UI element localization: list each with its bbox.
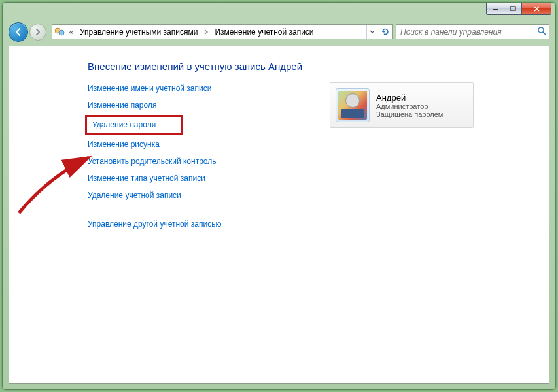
minimize-button[interactable] xyxy=(486,3,504,15)
breadcrumb-bar[interactable]: « Управление учетными записями Изменение… xyxy=(52,24,377,39)
toolbar: « Управление учетными записями Изменение… xyxy=(9,21,549,42)
account-actions-list: Изменение имени учетной записи Изменение… xyxy=(88,82,290,230)
user-role-label: Администратор xyxy=(376,103,443,110)
svg-rect-0 xyxy=(493,9,498,10)
page-heading: Внесение изменений в учетную запись Андр… xyxy=(88,61,531,72)
svg-rect-1 xyxy=(510,7,515,10)
nav-back-button[interactable] xyxy=(9,22,28,42)
window-frame: « Управление учетными записями Изменение… xyxy=(2,2,556,390)
breadcrumb-icon xyxy=(52,25,67,39)
avatar-image xyxy=(338,91,367,120)
refresh-button[interactable] xyxy=(377,24,393,39)
content-area: Внесение изменений в учетную запись Андр… xyxy=(9,46,549,384)
link-change-name[interactable]: Изменение имени учетной записи xyxy=(88,82,290,94)
link-delete-account[interactable]: Удаление учетной записи xyxy=(88,189,290,201)
close-icon xyxy=(533,6,540,12)
avatar xyxy=(336,88,370,122)
link-change-picture[interactable]: Изменение рисунка xyxy=(88,139,290,150)
chevron-down-icon xyxy=(370,30,375,33)
caption-buttons xyxy=(487,3,551,16)
breadcrumb-level2[interactable]: Изменение учетной записи xyxy=(211,25,317,39)
user-info: Андрей Администратор Защищена паролем xyxy=(376,93,443,118)
minimize-icon xyxy=(492,6,498,11)
user-status-label: Защищена паролем xyxy=(376,110,443,118)
svg-line-5 xyxy=(543,32,546,35)
link-remove-password[interactable]: Удаление пароля xyxy=(85,115,183,135)
refresh-icon xyxy=(381,27,390,37)
chevron-right-icon[interactable] xyxy=(201,25,211,39)
arrow-left-icon xyxy=(14,27,23,37)
user-card: Андрей Администратор Защищена паролем xyxy=(330,82,474,128)
link-manage-other[interactable]: Управление другой учетной записью xyxy=(88,218,290,230)
svg-point-3 xyxy=(59,30,64,35)
search-input[interactable] xyxy=(399,27,537,37)
user-name-label: Андрей xyxy=(376,93,443,103)
chevron-left-icon[interactable]: « xyxy=(67,25,76,39)
maximize-button[interactable] xyxy=(504,3,522,15)
svg-point-4 xyxy=(538,27,544,33)
search-icon[interactable] xyxy=(537,26,546,37)
close-button[interactable] xyxy=(521,3,551,15)
breadcrumb-level1[interactable]: Управление учетными записями xyxy=(76,25,201,39)
search-box[interactable] xyxy=(396,24,549,39)
breadcrumb-dropdown[interactable] xyxy=(366,25,377,39)
link-change-type[interactable]: Изменение типа учетной записи xyxy=(88,172,290,184)
link-parental-controls[interactable]: Установить родительский контроль xyxy=(88,155,290,167)
nav-forward-button[interactable] xyxy=(29,24,46,41)
user-accounts-icon xyxy=(54,27,65,37)
maximize-icon xyxy=(510,6,516,11)
arrow-right-icon xyxy=(34,28,42,36)
link-change-password[interactable]: Изменение пароля xyxy=(88,99,290,111)
